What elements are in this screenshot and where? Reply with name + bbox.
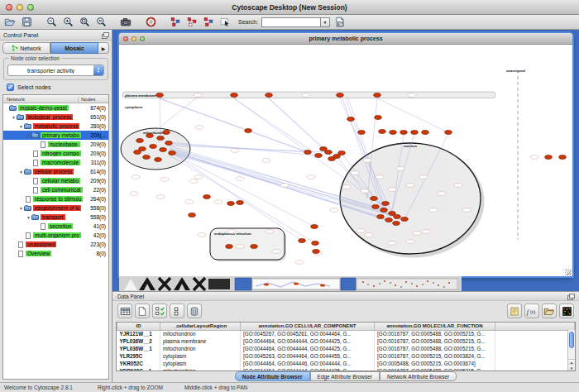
attribute-table[interactable]: ID_cellularLayoutRegionannotation.GO CEL…: [116, 322, 576, 371]
network-node[interactable]: [312, 241, 319, 246]
select-mode-icon[interactable]: [218, 16, 232, 28]
tree-row[interactable]: secretion41(0): [3, 222, 108, 231]
network-node[interactable]: [226, 245, 233, 249]
table-cell[interactable]: [GO:0016787, GO:0005215, GO:0003824, G..…: [375, 352, 495, 360]
network-node[interactable]: [400, 131, 408, 135]
more-tabs-button[interactable]: ▶: [98, 42, 109, 54]
network-node[interactable]: [304, 151, 312, 155]
network-node[interactable]: [311, 225, 318, 229]
table-cell[interactable]: cytoplasm: [160, 352, 241, 360]
network-edge[interactable]: [234, 98, 318, 155]
network-node[interactable]: [358, 131, 366, 135]
network-view-window[interactable]: primary metabolic process plasma membran…: [119, 33, 572, 276]
network-view-titlebar[interactable]: primary metabolic process: [119, 33, 572, 45]
matrix-view-icon[interactable]: [559, 304, 574, 318]
table-scrollbar[interactable]: ▲ ▼: [567, 330, 575, 370]
network-canvas[interactable]: plasma membrane cytoplasm mitochondrion …: [119, 45, 572, 276]
expand-arrow-icon[interactable]: ▼: [18, 124, 24, 129]
table-cell[interactable]: [GO:0005488, GO:0005215, GO:0003674]: [375, 360, 495, 367]
background-window-edge[interactable]: [119, 276, 462, 291]
table-column-header[interactable]: _cellularLayoutRegion: [160, 323, 241, 330]
network-node[interactable]: [245, 129, 252, 133]
tree-column-nodes[interactable]: Nodes: [79, 97, 108, 102]
table-cell[interactable]: YJR121W__1: [117, 330, 160, 337]
network-node[interactable]: [379, 130, 386, 134]
network-node[interactable]: [313, 250, 320, 254]
network-node[interactable]: [372, 205, 380, 209]
table-row[interactable]: YPL036W__1mitochondrion[GO:0044464, GO:0…: [117, 345, 575, 352]
network-node[interactable]: [155, 158, 162, 162]
network-node[interactable]: [157, 136, 165, 141]
table-column-header[interactable]: annotation.GO MOLECULAR_FUNCTION: [375, 323, 495, 330]
network-node[interactable]: [146, 134, 154, 138]
network-node[interactable]: [559, 155, 567, 160]
network-edge[interactable]: [160, 98, 248, 131]
window-titlebar[interactable]: Cytoscape Desktop (New Session): [0, 0, 579, 15]
snapshot-camera-icon[interactable]: [119, 16, 132, 28]
table-cell[interactable]: [GO:0045263, GO:0044464, GO:0044455, G..…: [241, 352, 375, 360]
network-node[interactable]: [237, 201, 244, 205]
network-node[interactable]: [251, 245, 258, 249]
search-input[interactable]: [261, 17, 321, 27]
network-edge[interactable]: [150, 97, 198, 136]
network-node[interactable]: [299, 239, 306, 243]
network-node[interactable]: [445, 131, 452, 135]
resize-grip[interactable]: [565, 269, 572, 275]
network-edge[interactable]: [269, 98, 328, 152]
network-node[interactable]: [382, 202, 390, 206]
expand-arrow-icon[interactable]: ▼: [11, 115, 17, 120]
delete-attribute-icon[interactable]: [187, 304, 202, 318]
table-cell[interactable]: [GO:0044464, GO:0044444, GO:0044425, G..…: [241, 345, 375, 352]
expand-arrow-icon[interactable]: ▼: [26, 133, 31, 138]
table-cell[interactable]: cytoplasm: [160, 360, 241, 367]
tab-network[interactable]: Network: [2, 42, 50, 54]
network-node[interactable]: [375, 116, 382, 120]
network-node[interactable]: [389, 212, 396, 216]
network-node[interactable]: [422, 131, 429, 135]
tree-row[interactable]: ▼metabolic process280(0): [3, 122, 108, 131]
network-node[interactable]: [401, 218, 409, 222]
network-node[interactable]: [227, 202, 235, 206]
network-node[interactable]: [393, 222, 400, 226]
table-row[interactable]: YPL036W__2plasma membrane[GO:0044464, GO…: [117, 337, 575, 345]
network-node[interactable]: [320, 147, 328, 151]
network-node[interactable]: [163, 131, 170, 135]
network-node[interactable]: [385, 218, 393, 222]
zoom-out-icon[interactable]: [45, 16, 58, 28]
table-cell[interactable]: [GO:0044464, GO:0044446, GO:0044444, G..…: [241, 360, 375, 367]
network-edge[interactable]: [170, 151, 302, 241]
table-column-header[interactable]: annotation.GO CELLULAR_COMPONENT: [241, 323, 375, 330]
network-node[interactable]: [231, 93, 238, 98]
network-node[interactable]: [390, 131, 397, 135]
network-node[interactable]: [411, 131, 419, 135]
tree-row[interactable]: Overview8(0): [3, 249, 108, 258]
tree-row[interactable]: multi-organism pro42(0): [3, 231, 108, 240]
zoom-selected-region-icon[interactable]: [78, 16, 91, 28]
network-node[interactable]: [374, 93, 381, 98]
network-node[interactable]: [328, 157, 336, 161]
network-node[interactable]: [347, 117, 355, 122]
network-node[interactable]: [134, 151, 141, 155]
tree-row[interactable]: ▼cellular process614(0): [3, 167, 108, 176]
table-cell[interactable]: [GO:0016787, GO:0005488, GO:0005215, G..…: [375, 330, 495, 337]
new-attribute-icon[interactable]: [135, 304, 150, 318]
network-node[interactable]: [545, 155, 553, 160]
network-node[interactable]: [165, 141, 173, 146]
unselect-attributes-icon[interactable]: [170, 304, 184, 318]
table-cell[interactable]: mitochondrion: [160, 345, 241, 352]
zoom-in-icon[interactable]: [61, 16, 74, 28]
open-file-icon[interactable]: [3, 16, 17, 28]
network-node[interactable]: [315, 154, 323, 158]
network-node[interactable]: [338, 151, 346, 155]
save-icon[interactable]: [20, 16, 33, 28]
network-node[interactable]: [139, 147, 146, 151]
network-node[interactable]: [160, 148, 167, 152]
tree-row[interactable]: ▼transport558(0): [3, 213, 108, 222]
tab-network-attribute-browser[interactable]: Network Attribute Browser: [380, 371, 457, 381]
table-row[interactable]: YKR052Ccytoplasm[GO:0044464, GO:0044446,…: [117, 360, 575, 367]
expand-arrow-icon[interactable]: ▼: [26, 215, 31, 220]
select-nodes-checkbox[interactable]: ✓: [7, 84, 14, 91]
tree-row[interactable]: nucleobase-209(0): [3, 140, 108, 149]
tree-row[interactable]: nitrogen compo209(0): [3, 149, 108, 158]
scrollbar-thumb[interactable]: [569, 332, 574, 348]
